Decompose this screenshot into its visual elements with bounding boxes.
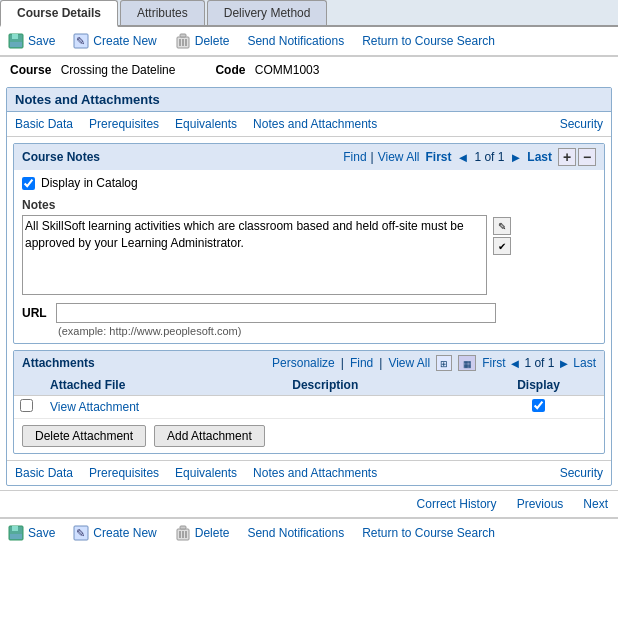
save-label: Save [28, 34, 55, 48]
display-in-catalog-row: Display in Catalog [22, 176, 596, 190]
notes-view-all-link[interactable]: View All [378, 150, 420, 164]
save-button[interactable]: Save [8, 33, 55, 49]
svg-rect-1 [12, 34, 18, 39]
notes-last-link[interactable]: Last [527, 150, 552, 164]
correct-history-link[interactable]: Correct History [417, 497, 497, 511]
notes-prev-arrow[interactable]: ◄ [457, 150, 470, 165]
bottom-sub-nav-equivalents[interactable]: Equivalents [175, 466, 237, 480]
attachments-personalize-link[interactable]: Personalize [272, 356, 335, 370]
attachments-find-link[interactable]: Find [350, 356, 373, 370]
notes-find-link[interactable]: Find [343, 150, 366, 164]
notes-header-controls: Find | View All First ◄ 1 of 1 ► Last + … [343, 148, 596, 166]
send-notifications-button[interactable]: Send Notifications [247, 34, 344, 48]
attach-buttons: Delete Attachment Add Attachment [14, 419, 604, 453]
bottom-delete-label: Delete [195, 526, 230, 540]
col-attached-file: Attached File [44, 375, 286, 396]
attachments-view-all-link[interactable]: View All [388, 356, 430, 370]
svg-rect-11 [12, 526, 18, 531]
edit-icon[interactable]: ✎ [493, 217, 511, 235]
textarea-icon-wrap: ✎ ✔ [493, 217, 511, 255]
notes-textarea[interactable] [22, 215, 487, 295]
sub-nav-basic-data[interactable]: Basic Data [15, 117, 73, 131]
top-toolbar: Save ✎ Create New Delete Send Notificati… [0, 27, 618, 56]
course-notes-section: Course Notes Find | View All First ◄ 1 o… [13, 143, 605, 344]
notes-first-link[interactable]: First [426, 150, 452, 164]
row-display-cell [473, 396, 604, 419]
add-attachment-button[interactable]: Add Attachment [154, 425, 265, 447]
bottom-sub-nav-notes-attachments[interactable]: Notes and Attachments [253, 466, 377, 480]
spell-check-icon[interactable]: ✔ [493, 237, 511, 255]
tab-course-details[interactable]: Course Details [0, 0, 118, 27]
return-to-course-search-button[interactable]: Return to Course Search [362, 34, 495, 48]
svg-rect-6 [180, 34, 186, 37]
row-checkbox[interactable] [20, 399, 33, 412]
sub-nav-security[interactable]: Security [560, 117, 603, 131]
sub-nav-prerequisites[interactable]: Prerequisites [89, 117, 159, 131]
delete-attachment-button[interactable]: Delete Attachment [22, 425, 146, 447]
next-link[interactable]: Next [583, 497, 608, 511]
notes-page-info: 1 of 1 [474, 150, 504, 164]
bottom-send-notifications-button[interactable]: Send Notifications [247, 526, 344, 540]
notes-remove-btn[interactable]: − [578, 148, 596, 166]
course-info: Course Crossing the Dateline Code COMM10… [0, 57, 618, 83]
attach-last-link[interactable]: Last [573, 356, 596, 370]
url-input[interactable] [56, 303, 496, 323]
course-label: Course [10, 63, 51, 77]
attach-icon-grid2[interactable]: ▦ [458, 355, 476, 371]
create-new-button[interactable]: ✎ Create New [73, 33, 156, 49]
attach-page-nav: First ◄ 1 of 1 ► Last [482, 356, 596, 371]
table-row: View Attachment [14, 396, 604, 419]
bottom-return-button[interactable]: Return to Course Search [362, 526, 495, 540]
notes-add-btn[interactable]: + [558, 148, 576, 166]
send-notifications-label: Send Notifications [247, 34, 344, 48]
bottom-save-icon [8, 525, 24, 541]
notes-header-right: Find | View All [343, 150, 419, 164]
svg-rect-16 [180, 526, 186, 529]
bottom-create-new-button[interactable]: ✎ Create New [73, 525, 156, 541]
notes-section-header: Course Notes Find | View All First ◄ 1 o… [14, 144, 604, 170]
attachments-header-right: Personalize | Find | View All ⊞ ▦ First … [272, 355, 596, 371]
bottom-save-label: Save [28, 526, 55, 540]
svg-text:✎: ✎ [76, 35, 85, 47]
attach-prev-arrow[interactable]: ◄ [509, 356, 522, 371]
attach-next-arrow[interactable]: ► [557, 356, 570, 371]
bottom-sub-nav-security[interactable]: Security [560, 466, 603, 480]
row-display-checkbox[interactable] [532, 399, 545, 412]
bottom-sub-nav-prerequisites[interactable]: Prerequisites [89, 466, 159, 480]
display-in-catalog-checkbox[interactable] [22, 177, 35, 190]
notes-next-arrow[interactable]: ► [509, 150, 522, 165]
bottom-send-notifications-label: Send Notifications [247, 526, 344, 540]
url-row: URL [22, 303, 596, 323]
attachments-table: Attached File Description Display View A… [14, 375, 604, 419]
delete-icon [175, 33, 191, 49]
sub-nav-equivalents[interactable]: Equivalents [175, 117, 237, 131]
display-in-catalog-label: Display in Catalog [41, 176, 138, 190]
create-new-label: Create New [93, 34, 156, 48]
bottom-sub-nav-basic-data[interactable]: Basic Data [15, 466, 73, 480]
bottom-delete-icon [175, 525, 191, 541]
bottom-return-label: Return to Course Search [362, 526, 495, 540]
attachments-header-row: Attached File Description Display [14, 375, 604, 396]
attach-sep2: | [379, 356, 382, 370]
bottom-save-button[interactable]: Save [8, 525, 55, 541]
url-label: URL [22, 306, 50, 320]
notes-page-nav: First ◄ 1 of 1 ► Last [426, 150, 552, 165]
row-checkbox-cell [14, 396, 44, 419]
delete-button[interactable]: Delete [175, 33, 230, 49]
code-label: Code [215, 63, 245, 77]
bottom-toolbar: Save ✎ Create New Delete Send Notificati… [0, 518, 618, 547]
notes-textarea-wrap: All SkillSoft learning activities which … [22, 215, 487, 295]
tab-delivery-method[interactable]: Delivery Method [207, 0, 328, 25]
section-header: Notes and Attachments [7, 88, 611, 112]
attach-first-link[interactable]: First [482, 356, 505, 370]
main-content: Notes and Attachments Basic Data Prerequ… [6, 87, 612, 486]
save-icon [8, 33, 24, 49]
col-display: Display [473, 375, 604, 396]
sub-nav-notes-attachments[interactable]: Notes and Attachments [253, 117, 377, 131]
attach-icon-grid1[interactable]: ⊞ [436, 355, 452, 371]
previous-link[interactable]: Previous [517, 497, 564, 511]
view-attachment-link[interactable]: View Attachment [50, 400, 139, 414]
tab-attributes[interactable]: Attributes [120, 0, 205, 25]
bottom-page-nav: Correct History Previous Next [0, 490, 618, 517]
bottom-delete-button[interactable]: Delete [175, 525, 230, 541]
